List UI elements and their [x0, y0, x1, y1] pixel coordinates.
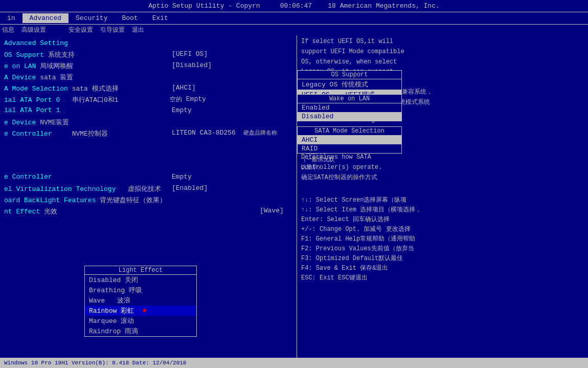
- light-effect-item-breathing[interactable]: Breathing 呼吸: [85, 285, 196, 295]
- wake-on-lan-item-disabled[interactable]: Disabled: [298, 112, 401, 121]
- sata-mode-row[interactable]: A Mode Selection sata 模式选择 [AHCI]: [4, 84, 292, 93]
- status-bar-text: Windows 10 Pro 19H1 Version(B): 0.418 Da…: [4, 360, 186, 366]
- light-effect-popup-title: Light Effect: [85, 266, 196, 275]
- wake-on-lan-row[interactable]: e on LAN 局域网唤醒 [Disabled]: [4, 61, 292, 71]
- os-support-value: [UEFI OS]: [172, 50, 208, 58]
- light-effect-item-raindrop[interactable]: Raindrop 雨滴: [85, 326, 196, 336]
- wake-on-lan-popup-title: Wake on LAN: [298, 95, 401, 103]
- nvme-controller1-label: e Controller NVME控制器: [4, 129, 168, 138]
- virtualization-label: el Virtualization Technology 虚拟化技术: [4, 184, 168, 193]
- serial-ata-port0-value: Empty: [182, 95, 206, 103]
- sata-mode-value: [AHCI]: [172, 84, 196, 92]
- serial-ata-note: 空的: [170, 95, 182, 104]
- title-text: Aptio Setup Utility - Copyrn 00:06:47 18…: [148, 2, 440, 10]
- help-text-2: support UEFI Mode compatible: [301, 48, 584, 56]
- nvme-controller2-value: Empty: [168, 173, 192, 181]
- menu-item-advanced[interactable]: Advanced: [22, 13, 69, 23]
- sata-mode-popup: SATA Mode Selection AHCI RAID: [297, 126, 402, 154]
- menu-bar: in Advanced Security Boot Exit: [0, 12, 588, 25]
- help-keys-section: ↑↓: Select Screen选择屏幕（纵项 ↑↓: Select Item…: [301, 196, 584, 282]
- help-key-arrows: ↑↓: Select Screen选择屏幕（纵项: [301, 196, 584, 204]
- sata-mode-item-ahci[interactable]: AHCI: [298, 136, 401, 144]
- help-key-f2: F2: Previous Values先前值（放弃当: [301, 244, 584, 253]
- serial-ata-port0-row: ial ATA Port 0 串行ATA口0和1 空的 Empty: [4, 95, 292, 104]
- help-key-f3: F3: Optimized Default默认最佳: [301, 254, 584, 263]
- keyboard-backlight-row: oard BackLight Features 背光键盘特征（效果）: [4, 196, 292, 205]
- light-effect-item-marquee[interactable]: Marquee 滚动: [85, 316, 196, 326]
- help-key-enter: Enter: Select 回车确认选择: [301, 215, 584, 224]
- sata-mode-label: A Mode Selection sata 模式选择: [4, 84, 168, 93]
- nvme-controller1-value: LITEON CA3-8D256 硬盘品牌名称: [172, 129, 277, 137]
- menu-item-main[interactable]: in: [0, 13, 22, 23]
- os-support-label: OS Support 系统支持: [4, 50, 168, 59]
- help-key-enter-nav: ↑↓: Select Item 选择项目（横项选择，: [301, 205, 584, 214]
- light-effect-item-disabled[interactable]: Disabled 关闭: [85, 275, 196, 285]
- light-effect-value: [Wave]: [260, 207, 284, 214]
- nvme-controller1-row: e Controller NVME控制器 LITEON CA3-8D256 硬盘…: [4, 129, 292, 138]
- sata-mode-popup-title: SATA Mode Selection: [298, 127, 401, 136]
- help-text-9: controller(s) operate.: [301, 163, 584, 172]
- keyboard-backlight-label: oard BackLight Features 背光键盘特征（效果）: [4, 196, 168, 205]
- os-support-row[interactable]: OS Support 系统支持 [UEFI OS]: [4, 50, 292, 59]
- subtitle-bar: 信息 高级设置 安全设置 引导设置 退出: [0, 25, 588, 35]
- nvme-controller2-row: e Controller Empty: [4, 173, 292, 182]
- sata-mode-item-raid[interactable]: RAID: [298, 144, 401, 153]
- os-support-popup-title: OS Support: [298, 71, 401, 79]
- advanced-setting-label: Advanced Setting: [4, 39, 68, 47]
- status-bar: Windows 10 Pro 19H1 Version(B): 0.418 Da…: [0, 358, 588, 368]
- serial-ata-port1-label: ial ATA Port 1: [4, 106, 168, 114]
- light-effect-item-wave[interactable]: Wave 波浪: [85, 295, 196, 306]
- wake-on-lan-value: [Disabled]: [172, 61, 212, 69]
- menu-item-exit[interactable]: Exit: [145, 13, 175, 23]
- wake-on-lan-item-enabled[interactable]: Enabled: [298, 103, 401, 112]
- help-key-f1: F1: General Help常规帮助（通用帮助: [301, 234, 584, 243]
- help-text-cn-4: 确定SATA控制器的操作方式: [301, 174, 584, 182]
- sata-device-row: A Device sata 装置: [4, 73, 292, 82]
- wake-on-lan-label: e on LAN 局域网唤醒: [4, 61, 168, 71]
- advanced-setting-row: Advanced Setting: [4, 37, 292, 48]
- sata-device-label: A Device sata 装置: [4, 73, 168, 82]
- help-text-3: OS, otherwise, when select: [301, 58, 584, 67]
- light-effect-label: nt Effect 光效: [4, 207, 168, 216]
- menu-item-boot[interactable]: Boot: [115, 13, 145, 23]
- title-bar: Aptio Setup Utility - Copyrn 00:06:47 18…: [0, 0, 588, 12]
- nvme-controller1-size-row: (256.0GB) 硬盘大小（一般情况默认显示）: [4, 140, 292, 171]
- help-key-esc: ESC: Exit ESC键退出: [301, 273, 584, 282]
- subtitle-text: 信息 高级设置 安全设置 引导设置 退出: [2, 26, 144, 34]
- timer-display: 00:06:47: [280, 2, 312, 10]
- nvme-device-label: e Device NVME装置: [4, 118, 168, 127]
- help-key-f4: F4: Save & Exit 保存&退出: [301, 264, 584, 272]
- serial-ata-port1-row: ial ATA Port 1 Empty: [4, 106, 292, 116]
- nvme-controller2-label: e Controller: [4, 173, 168, 181]
- serial-ata-port1-value: Empty: [168, 106, 192, 114]
- help-text-8: Determines how SATA: [301, 153, 584, 162]
- left-panel: Advanced Setting OS Support 系统支持 [UEFI O…: [0, 35, 297, 362]
- virtualization-row[interactable]: el Virtualization Technology 虚拟化技术 [Enab…: [4, 184, 292, 193]
- light-effect-popup: Light Effect Disabled 关闭 Breathing 呼吸 Wa…: [84, 266, 197, 337]
- help-text-1: If select UEFI OS,it will: [301, 37, 584, 46]
- serial-ata-port0-label: ial ATA Port 0 串行ATA口0和1: [4, 95, 168, 104]
- menu-item-security[interactable]: Security: [69, 13, 115, 23]
- light-effect-row[interactable]: nt Effect 光效 [Wave]: [4, 207, 292, 216]
- help-key-change: +/-: Change Opt. 加减号 更改选择: [301, 225, 584, 233]
- virtualization-value: [Enabled]: [172, 184, 208, 192]
- wake-on-lan-popup: Wake on LAN Enabled Disabled: [297, 94, 402, 121]
- os-support-item-legacy[interactable]: Legacy OS 传统模式: [298, 79, 401, 90]
- main-content: Advanced Setting OS Support 系统支持 [UEFI O…: [0, 35, 588, 362]
- light-effect-item-rainbow[interactable]: Rainbow 彩虹 ●: [85, 306, 196, 316]
- nvme-device-row: e Device NVME装置: [4, 118, 292, 127]
